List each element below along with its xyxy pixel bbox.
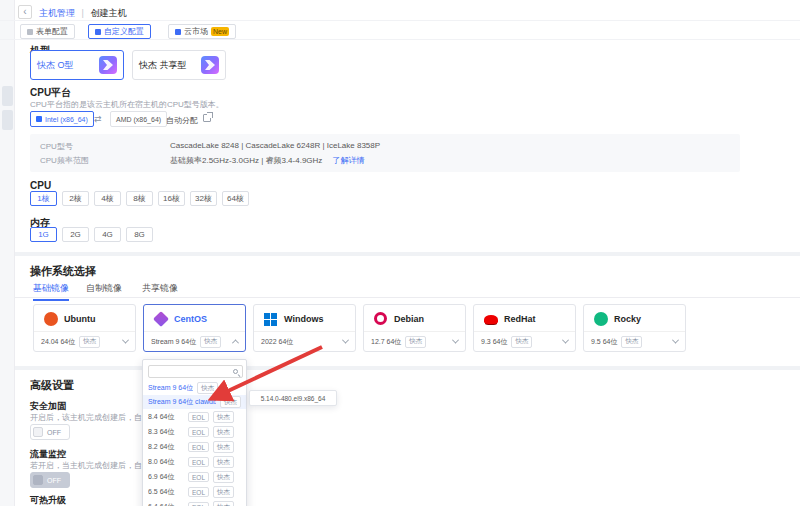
cpu-option-1[interactable]: 1核 (30, 191, 57, 206)
cpu-option-32[interactable]: 32核 (190, 191, 217, 206)
auto-assign-label[interactable]: 自动分配 (166, 115, 198, 126)
cpu-option-16[interactable]: 16核 (158, 191, 185, 206)
cpu-option-8[interactable]: 8核 (126, 191, 153, 206)
cpu-platform-desc: CPU平台指的是该云主机所在宿主机的CPU型号版本。 (30, 99, 224, 110)
tab-form-config[interactable]: 表单配置 (20, 24, 75, 39)
dropdown-item-6-5[interactable]: 6.5 64位 EOL 快杰 (143, 485, 246, 499)
chevron-down-icon (122, 337, 129, 344)
kuaijie-badge: 快杰 (213, 486, 234, 498)
os-version-select[interactable]: 9.5 64位 快杰 (584, 331, 685, 351)
dropdown-item-8-2[interactable]: 8.2 64位 EOL 快杰 (143, 440, 246, 454)
dropdown-item-stream9[interactable]: Stream 9 64位 快杰 (143, 381, 246, 395)
section-title-os: 操作系统选择 (30, 264, 96, 279)
os-version-select[interactable]: Stream 9 64位 快杰 (144, 331, 245, 351)
tab-base-image[interactable]: 基础镜像 (33, 282, 69, 301)
toggle-knob (33, 475, 43, 485)
os-name: Rocky (614, 314, 641, 324)
cpu-platform-amd[interactable]: AMD (x86_64) (110, 111, 167, 127)
os-card-redhat[interactable]: RedHat 9.3 64位 快杰 (473, 304, 576, 352)
cpu-option-64[interactable]: 64核 (222, 191, 249, 206)
cpu-option-4[interactable]: 4核 (94, 191, 121, 206)
sidebar-tile (2, 110, 13, 130)
os-card-rocky[interactable]: Rocky 9.5 64位 快杰 (583, 304, 686, 352)
model-card-label: 快杰 共享型 (139, 59, 187, 72)
tab-label: 自定义配置 (104, 26, 144, 37)
freq-text: 基础频率2.5GHz-3.0GHz | 睿频3.4-4.9GHz (170, 156, 322, 165)
dropdown-item-clipped[interactable]: 6.4 64位 EOL 快杰 (143, 500, 246, 506)
os-card-centos[interactable]: CentOS Stream 9 64位 快杰 (143, 304, 246, 352)
rocky-logo-icon (594, 312, 608, 326)
os-version-select[interactable]: 2022 64位 (254, 331, 355, 351)
new-badge: New (211, 27, 229, 36)
model-card-kuaijie-o[interactable]: 快杰 O型 (30, 50, 124, 80)
os-name: Windows (284, 314, 323, 324)
divider (15, 297, 800, 298)
os-version: 24.04 64位 (41, 337, 75, 347)
create-host-page: ‹ 主机管理 | 创建主机 表单配置 自定义配置 云市场 New 机型 快杰 O… (0, 0, 800, 506)
item-label: 8.0 64位 (148, 457, 184, 467)
mem-option-2g[interactable]: 2G (62, 227, 89, 242)
kuaijie-badge: 快杰 (213, 501, 234, 506)
tab-cloud-market[interactable]: 云市场 New (168, 24, 236, 39)
kuaijie-logo-icon (201, 56, 219, 74)
chevron-up-icon (232, 339, 239, 346)
dropdown-item-8-3[interactable]: 8.3 64位 EOL 快杰 (143, 425, 246, 439)
mem-option-1g[interactable]: 1G (30, 227, 57, 242)
external-link-icon[interactable] (203, 114, 211, 122)
redhat-logo-icon (484, 315, 498, 324)
dropdown-item-8-4[interactable]: 8.4 64位 EOL 快杰 (143, 410, 246, 424)
os-version-select[interactable]: 12.7 64位 快杰 (364, 331, 465, 351)
kuaijie-badge: 快杰 (213, 441, 234, 453)
item-label: 8.2 64位 (148, 442, 184, 452)
cpu-platform-intel[interactable]: Intel (x86_64) (30, 111, 94, 127)
item-label: Stream 9 64位 (148, 383, 193, 393)
os-card-ubuntu[interactable]: Ubuntu 24.04 64位 快杰 (33, 304, 136, 352)
os-card-windows[interactable]: Windows 2022 64位 (253, 304, 356, 352)
dropdown-item-8-0[interactable]: 8.0 64位 EOL 快杰 (143, 455, 246, 469)
kuaijie-badge: 快杰 (200, 336, 221, 348)
cpu-info-box: CPU型号 CascadeLake 8248 | CascadeLake 624… (30, 134, 740, 172)
ubuntu-logo-icon (44, 312, 58, 326)
breadcrumb-separator: | (82, 8, 84, 18)
security-hardening-toggle[interactable]: OFF (30, 424, 70, 440)
item-label: 6.4 64位 (148, 502, 184, 506)
os-version: Stream 9 64位 (151, 337, 196, 347)
model-card-kuaijie-shared[interactable]: 快杰 共享型 (132, 50, 226, 80)
dropdown-search-input[interactable] (148, 365, 243, 378)
os-name: CentOS (174, 314, 207, 324)
search-icon (233, 369, 238, 374)
cpu-freq-label: CPU频率范围 (40, 155, 89, 166)
section-divider (15, 366, 800, 370)
page-title: 创建主机 (90, 8, 126, 18)
dropdown-item-stream9-clawdbot[interactable]: Stream 9 64位 clawdbot 快杰 (143, 395, 246, 409)
kuaijie-badge: 快杰 (213, 426, 234, 438)
section-title-cpu-platform: CPU平台 (30, 86, 71, 100)
back-button[interactable]: ‹ (18, 5, 32, 19)
chevron-down-icon (452, 337, 459, 344)
mem-option-4g[interactable]: 4G (94, 227, 121, 242)
os-version-select[interactable]: 9.3 64位 快杰 (474, 331, 575, 351)
os-version-select[interactable]: 24.04 64位 快杰 (34, 331, 135, 351)
os-name: RedHat (504, 314, 536, 324)
swap-icon[interactable]: ⇄ (94, 113, 102, 125)
mem-option-8g[interactable]: 8G (126, 227, 153, 242)
hot-upgrade-label: 可热升级 (30, 494, 66, 506)
toggle-state: OFF (47, 477, 61, 484)
kuaijie-logo-icon (99, 56, 117, 74)
collapsed-sidebar[interactable] (0, 0, 15, 506)
breadcrumb-parent[interactable]: 主机管理 (39, 8, 75, 18)
os-name: Debian (394, 314, 424, 324)
kuaijie-badge: 快杰 (621, 336, 642, 348)
kuaijie-badge: 快杰 (213, 471, 234, 483)
centos-logo-icon (153, 311, 169, 327)
traffic-monitor-toggle[interactable]: OFF (30, 472, 70, 488)
item-label: 8.3 64位 (148, 427, 184, 437)
centos-version-dropdown: Stream 9 64位 快杰 Stream 9 64位 clawdbot 快杰… (142, 359, 247, 506)
learn-more-link[interactable]: 了解详情 (333, 156, 365, 165)
tab-custom-config[interactable]: 自定义配置 (88, 24, 151, 39)
windows-logo-icon (264, 312, 278, 326)
cpu-option-2[interactable]: 2核 (62, 191, 89, 206)
os-card-debian[interactable]: Debian 12.7 64位 快杰 (363, 304, 466, 352)
kuaijie-badge: 快杰 (197, 382, 218, 394)
dropdown-item-6-9[interactable]: 6.9 64位 EOL 快杰 (143, 470, 246, 484)
